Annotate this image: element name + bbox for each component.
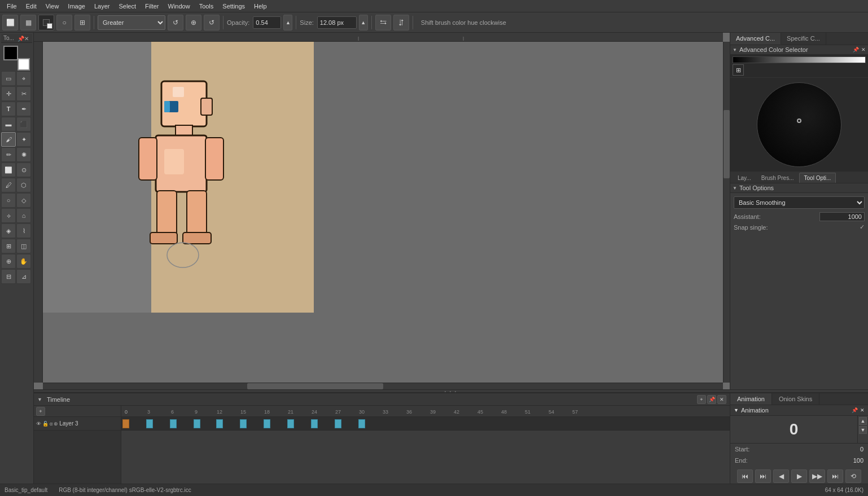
toolbox-close-btn[interactable]: ✕ [24, 36, 30, 41]
layer-visibility-icon[interactable]: 👁 [36, 421, 41, 427]
assistant-input[interactable] [819, 212, 865, 221]
toolbox-pin-btn[interactable]: 📌 [17, 36, 23, 41]
anim-section-pin[interactable]: 📌 [852, 407, 858, 413]
go-end-btn[interactable]: ⏭ [827, 469, 843, 483]
measure-tool[interactable]: ⊞ [1, 239, 16, 253]
blend-mode-select[interactable]: Greater [98, 15, 165, 30]
magic-wand-tool[interactable]: ⟡ [1, 208, 16, 223]
color-selector-pin[interactable]: 📌 [853, 47, 859, 52]
tool-mode-btn[interactable]: ○ [56, 15, 72, 30]
keyframe-15[interactable] [240, 419, 247, 428]
tab-advanced-color[interactable]: Advanced C... [730, 33, 781, 45]
color-wheel-dot[interactable] [797, 118, 801, 123]
smart-patch-tool[interactable]: ⬡ [16, 178, 31, 192]
add-layer-btn[interactable]: + [36, 407, 45, 416]
hscroll-thumb[interactable] [247, 383, 383, 389]
timeline-pin-btn[interactable]: 📌 [707, 395, 716, 404]
opacity-input[interactable] [253, 16, 281, 29]
vscroll-thumb[interactable] [724, 110, 730, 178]
anim-section-close[interactable]: ✕ [860, 407, 865, 413]
reference-images-tool[interactable]: ◫ [16, 239, 31, 253]
sample-tool[interactable]: ⊿ [16, 269, 31, 284]
refresh-btn[interactable]: ↺ [204, 15, 220, 30]
dynamic-brush-tool[interactable]: ✦ [16, 132, 31, 147]
pan-tool[interactable]: ✋ [16, 254, 31, 269]
step-back-btn[interactable]: ◀ [773, 469, 789, 483]
opacity-up-btn[interactable]: ▲ [283, 15, 292, 30]
menu-filter[interactable]: Filter [141, 2, 163, 11]
tab-onion-skins[interactable]: Onion Skins [772, 393, 819, 405]
calligraphy-tool[interactable]: ✒ [16, 102, 31, 116]
contiguous-select-tool[interactable]: ⌂ [16, 208, 31, 223]
tool-pattern-btn[interactable]: ▦ [20, 15, 36, 30]
vertical-scrollbar[interactable] [723, 42, 730, 383]
loop-btn[interactable]: ⟲ [845, 469, 861, 483]
timeline-add-btn[interactable]: + [697, 395, 706, 404]
tab-specific-color[interactable]: Specific C... [781, 33, 826, 45]
mirror-h-btn[interactable]: ⮀ [375, 15, 391, 30]
canvas-area[interactable]: | | [34, 33, 730, 389]
gradient-tool[interactable]: ⬛ [16, 117, 31, 131]
brush-tool[interactable]: 🖌 [1, 132, 16, 147]
go-start-btn[interactable]: ⏮ [737, 469, 753, 483]
menu-window[interactable]: Window [164, 2, 195, 11]
keyframe-track[interactable] [121, 417, 730, 431]
tool-preset-btn[interactable]: ⬜ [2, 15, 18, 30]
flood-fill-tool[interactable]: ◈ [1, 223, 16, 238]
keyframe-6[interactable] [170, 419, 177, 428]
menu-settings[interactable]: Settings [218, 2, 249, 11]
keyframe-3[interactable] [146, 419, 153, 428]
keyframe-24[interactable] [311, 419, 318, 428]
tool-mode-grid-btn[interactable]: ⊞ [74, 15, 90, 30]
eraser-tool[interactable]: ⬜ [1, 163, 16, 177]
tab-animation[interactable]: Animation [730, 393, 772, 405]
keyframe-18[interactable] [264, 419, 270, 428]
crop-tool[interactable]: ✂ [16, 86, 31, 101]
text-tool[interactable]: T [1, 102, 16, 116]
transform-tool[interactable]: ✛ [1, 86, 16, 101]
tab-tool-options[interactable]: Tool Opti... [799, 173, 836, 183]
select-free-tool[interactable]: ⌖ [16, 71, 31, 86]
horizontal-scrollbar[interactable] [43, 383, 723, 389]
tab-brush-presets[interactable]: Brush Pres... [756, 173, 799, 183]
size-up-btn[interactable]: ▲ [359, 15, 368, 30]
keyframe-12[interactable] [216, 419, 223, 428]
color-hex-btn[interactable]: ⊞ [733, 64, 744, 76]
polygon-select-tool[interactable]: ◇ [16, 193, 31, 208]
expand-btn[interactable]: ⊕ [186, 15, 201, 30]
select-rect-tool[interactable]: ▭ [1, 71, 16, 86]
menu-select[interactable]: Select [114, 2, 141, 11]
menu-tools[interactable]: Tools [195, 2, 218, 11]
ruler-assistant-tool[interactable]: ⊟ [1, 269, 16, 284]
keyframe-21[interactable] [287, 419, 294, 428]
pencil-tool[interactable]: ✏ [1, 147, 16, 162]
color-wheel[interactable] [757, 82, 841, 167]
timeline-close-btn[interactable]: ✕ [717, 395, 726, 404]
color-selector-close[interactable]: ✕ [861, 47, 866, 52]
zoom-tool[interactable]: ⊕ [1, 254, 16, 269]
ellipse-select-tool[interactable]: ○ [1, 193, 16, 208]
menu-file[interactable]: File [2, 2, 21, 11]
frame-dec-btn[interactable]: ▼ [859, 426, 867, 434]
keyframe-30[interactable] [358, 419, 365, 428]
multibrush-tool[interactable]: ✺ [16, 147, 31, 162]
clone-tool[interactable]: ⊙ [16, 163, 31, 177]
canvas-content[interactable] [43, 42, 314, 313]
keyframe-9[interactable] [194, 419, 200, 428]
colorpicker-tool[interactable]: 🖊 [1, 178, 16, 192]
menu-view[interactable]: View [41, 2, 64, 11]
menu-help[interactable]: Help [249, 2, 271, 11]
step-fwd-btn[interactable]: ▶▶ [809, 469, 825, 483]
menu-edit[interactable]: Edit [21, 2, 41, 11]
foreground-color-swatch[interactable] [3, 46, 18, 60]
fg-bg-swap-btn[interactable] [38, 15, 54, 30]
smoothing-select[interactable]: Basic Smoothing [734, 196, 865, 209]
keyframe-27[interactable] [335, 419, 341, 428]
keyframe-0-orange[interactable] [122, 419, 129, 428]
mirror-v-btn[interactable]: ⮃ [393, 15, 409, 30]
color-gradient-bar[interactable] [733, 56, 866, 63]
frame-inc-btn[interactable]: ▲ [859, 417, 867, 425]
menu-layer[interactable]: Layer [90, 2, 115, 11]
prev-frame-btn[interactable]: ⏭ [755, 469, 771, 483]
play-btn[interactable]: ▶ [791, 469, 807, 483]
